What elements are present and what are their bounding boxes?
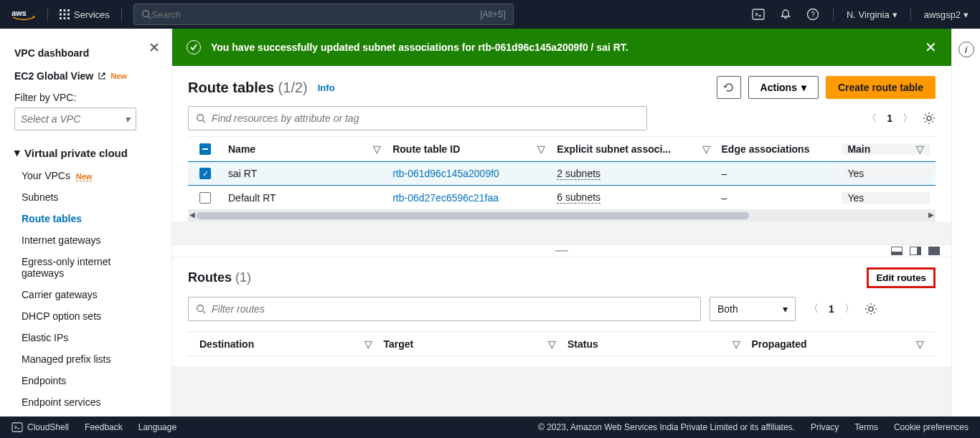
chevron-down-icon: ▾ xyxy=(783,303,788,315)
sidebar-section-header[interactable]: ▾Virtual private cloud xyxy=(14,146,171,159)
routes-filter-input[interactable] xyxy=(212,303,693,315)
route-tables-grid: Name▽ Route table ID▽ Explicit subnet as… xyxy=(188,136,936,210)
svg-rect-7 xyxy=(60,17,62,19)
col-propagated[interactable]: Propagated▽ xyxy=(746,338,930,350)
feedback-link[interactable]: Feedback xyxy=(85,422,123,432)
sidebar-item-endpoints[interactable]: Endpoints xyxy=(14,370,171,391)
sort-icon: ▽ xyxy=(732,338,740,350)
sidebar-item-prefix[interactable]: Managed prefix lists xyxy=(14,348,171,370)
row-id-link[interactable]: rtb-061d96c145a2009f0 xyxy=(387,168,551,179)
language-link[interactable]: Language xyxy=(138,422,176,432)
sidebar-item-label: DHCP option sets xyxy=(22,310,101,322)
pager-next[interactable]: 〉 xyxy=(844,303,854,315)
dock-bottom-icon[interactable] xyxy=(891,247,903,255)
row-subnets[interactable]: 6 subnets xyxy=(551,191,715,204)
svg-rect-1 xyxy=(60,9,62,11)
pager-current: 1 xyxy=(829,303,834,315)
row-id-link[interactable]: rtb-06d27ec6596c21faa xyxy=(387,192,551,204)
svg-point-15 xyxy=(197,115,204,121)
col-id[interactable]: Route table ID▽ xyxy=(387,143,551,155)
account-selector[interactable]: awsgsp2▾ xyxy=(924,9,969,20)
route-filter-select[interactable]: Both▾ xyxy=(710,297,796,321)
chevron-down-icon: ▾ xyxy=(801,82,806,93)
gear-icon[interactable] xyxy=(864,303,877,315)
cookie-link[interactable]: Cookie preferences xyxy=(894,422,969,432)
check-circle-icon xyxy=(187,40,201,54)
sidebar-ec2-global[interactable]: EC2 Global View New xyxy=(14,65,171,87)
main-area: You have successfully updated subnet ass… xyxy=(172,29,980,416)
table-row[interactable]: ✓ sai RT rtb-061d96c145a2009f0 2 subnets… xyxy=(188,161,936,186)
sidebar-item-label: Internet gateways xyxy=(22,234,101,246)
col-status[interactable]: Status▽ xyxy=(562,338,746,350)
refresh-button[interactable] xyxy=(717,76,741,99)
sidebar-item-route-tables[interactable]: Route tables xyxy=(14,208,171,229)
col-main[interactable]: Main▽ xyxy=(842,143,930,155)
services-menu[interactable]: Services xyxy=(60,9,110,20)
table-pager: 〈 1 〉 xyxy=(867,112,936,125)
sidebar-item-egw[interactable]: Egress-only internet gateways xyxy=(14,251,136,284)
select-all-checkbox[interactable] xyxy=(194,143,222,155)
terms-link[interactable]: Terms xyxy=(854,422,878,432)
table-toolbar: 〈 1 〉 xyxy=(188,106,936,130)
col-name[interactable]: Name▽ xyxy=(222,143,387,155)
table-row[interactable]: Default RT rtb-06d27ec6596c21faa 6 subne… xyxy=(188,186,936,210)
sort-icon: ▽ xyxy=(916,143,924,155)
pager-prev[interactable]: 〈 xyxy=(809,303,819,315)
top-navigation: aws Services [Alt+S] ? N. Virginia▾ awsg… xyxy=(0,0,980,29)
subnet-link[interactable]: 2 subnets xyxy=(557,168,600,180)
gear-icon[interactable] xyxy=(923,112,936,125)
dock-full-icon[interactable] xyxy=(928,247,940,255)
sidebar-item-cgw[interactable]: Carrier gateways xyxy=(14,284,171,305)
dock-right-icon[interactable] xyxy=(910,247,921,255)
sidebar-item-endpoint-svc[interactable]: Endpoint services xyxy=(14,391,171,413)
close-icon[interactable]: ✕ xyxy=(925,39,937,56)
svg-rect-9 xyxy=(67,17,70,19)
horizontal-scrollbar[interactable]: ◀ ▶ xyxy=(188,210,936,222)
col-label: Main xyxy=(847,143,870,155)
aws-logo[interactable]: aws xyxy=(11,7,36,22)
col-edge[interactable]: Edge associations xyxy=(716,143,842,155)
scroll-thumb[interactable] xyxy=(197,212,749,219)
routes-filter[interactable] xyxy=(188,297,701,321)
table-search[interactable] xyxy=(188,106,647,130)
actions-button[interactable]: Actions▾ xyxy=(748,76,819,99)
sidebar-item-your-vpcs[interactable]: Your VPCs New xyxy=(14,165,171,186)
scroll-left-icon[interactable]: ◀ xyxy=(189,211,195,219)
info-icon[interactable]: i xyxy=(958,42,974,57)
create-route-table-button[interactable]: Create route table xyxy=(826,76,936,99)
sidebar-label: EC2 Global View xyxy=(14,70,93,82)
new-badge: New xyxy=(110,72,127,80)
privacy-link[interactable]: Privacy xyxy=(811,422,839,432)
sidebar-item-subnets[interactable]: Subnets xyxy=(14,186,171,208)
scroll-right-icon[interactable]: ▶ xyxy=(928,211,934,219)
help-icon[interactable]: ? xyxy=(806,7,820,22)
col-subnets[interactable]: Explicit subnet associ...▽ xyxy=(551,143,715,155)
sidebar-item-igw[interactable]: Internet gateways xyxy=(14,229,171,251)
pager-prev[interactable]: 〈 xyxy=(867,112,877,125)
info-link[interactable]: Info xyxy=(318,82,335,93)
vpc-select[interactable]: Select a VPC ▾ xyxy=(14,108,136,130)
panel-resizer[interactable] xyxy=(172,244,951,257)
sidebar-item-dhcp[interactable]: DHCP option sets xyxy=(14,305,171,327)
close-icon[interactable] xyxy=(149,42,160,53)
search-input[interactable] xyxy=(151,9,480,20)
row-subnets[interactable]: 2 subnets xyxy=(551,168,715,180)
col-destination[interactable]: Destination▽ xyxy=(194,338,378,350)
region-selector[interactable]: N. Virginia▾ xyxy=(847,9,897,20)
cloudshell-icon[interactable] xyxy=(751,7,765,22)
subnet-link[interactable]: 6 subnets xyxy=(557,191,600,204)
table-search-input[interactable] xyxy=(212,113,639,124)
row-checkbox[interactable]: ✓ xyxy=(194,168,222,179)
flash-message: You have successfully updated subnet ass… xyxy=(211,42,628,53)
cloudshell-link[interactable]: CloudShell xyxy=(11,422,69,432)
divider xyxy=(47,7,48,22)
footer: CloudShell Feedback Language © 2023, Ama… xyxy=(0,416,980,438)
global-search[interactable]: [Alt+S] xyxy=(133,4,514,25)
bell-icon[interactable] xyxy=(778,7,793,22)
row-checkbox[interactable] xyxy=(194,192,222,204)
col-label: Target xyxy=(384,338,414,350)
col-target[interactable]: Target▽ xyxy=(378,338,562,350)
edit-routes-button[interactable]: Edit routes xyxy=(867,267,936,288)
pager-next[interactable]: 〉 xyxy=(903,112,913,125)
sidebar-item-eip[interactable]: Elastic IPs xyxy=(14,327,171,348)
